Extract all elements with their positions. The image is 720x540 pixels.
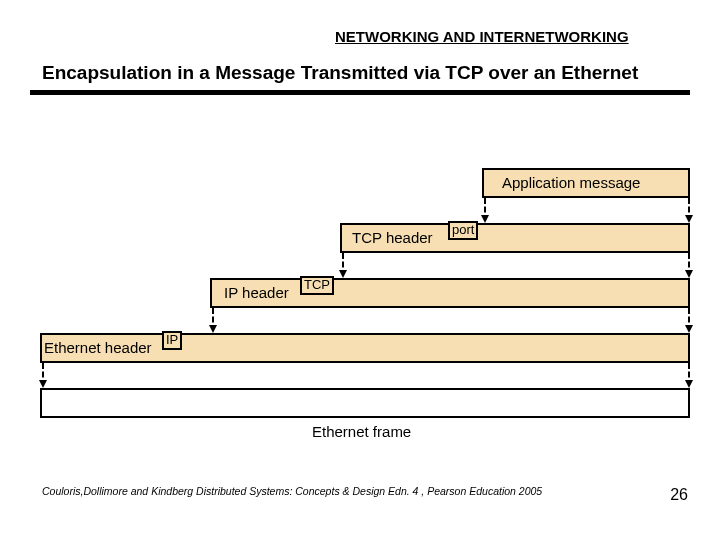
arrow-app-tcp-right — [688, 198, 690, 221]
chapter-heading: NETWORKING AND INTERNETWORKING — [335, 28, 629, 45]
eth-ip-tag: IP — [162, 331, 182, 350]
arrow-ip-eth-left — [212, 308, 214, 331]
slide-title: Encapsulation in a Message Transmitted v… — [42, 62, 638, 84]
encapsulation-diagram: Application message TCP header port IP h… — [30, 100, 690, 440]
ip-header-label: IP header — [224, 284, 289, 301]
citation-text: Couloris,Dollimore and Kindberg Distribu… — [42, 485, 542, 497]
arrow-eth-frame-left — [42, 363, 44, 386]
arrow-tcp-ip-left — [342, 253, 344, 276]
arrow-ip-eth-right — [688, 308, 690, 331]
arrow-tcp-ip-right — [688, 253, 690, 276]
app-layer-label: Application message — [502, 174, 640, 191]
arrow-eth-frame-right — [688, 363, 690, 386]
tcp-header-label: TCP header — [352, 229, 433, 246]
ip-tcp-tag: TCP — [300, 276, 334, 295]
page-number: 26 — [670, 486, 688, 504]
tcp-port-tag: port — [448, 221, 478, 240]
title-rule — [30, 90, 690, 95]
eth-frame-box — [40, 388, 690, 418]
eth-header-label: Ethernet header — [44, 339, 152, 356]
arrow-app-tcp-left — [484, 198, 486, 221]
eth-frame-label: Ethernet frame — [312, 423, 411, 440]
